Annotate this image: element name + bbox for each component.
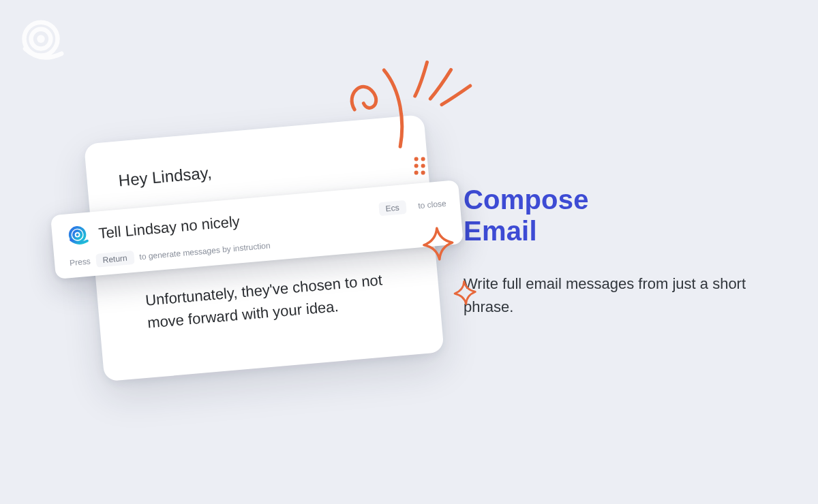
esc-key-badge: Ecs: [378, 200, 407, 216]
headline-line-2: Email: [464, 216, 537, 246]
return-key-badge: Return: [95, 251, 135, 268]
section-headline: Compose Email: [464, 184, 777, 247]
illustration-scene: Hey Lindsay, Unfortunately, they've chos…: [57, 113, 461, 424]
section-subtext: Write full email messages from just a sh…: [464, 272, 777, 319]
swirl-icon: [16, 16, 65, 65]
headline-line-1: Compose: [464, 185, 589, 215]
svg-point-2: [37, 35, 45, 43]
brand-logo-corner: [16, 16, 65, 65]
svg-point-5: [76, 233, 78, 236]
email-greeting: Hey Lindsay,: [118, 147, 397, 190]
swirl-icon: [65, 223, 90, 249]
email-body: Unfortunately, they've chosen to not mov…: [145, 268, 399, 334]
return-hint: to generate messages by instruction: [139, 240, 271, 262]
esc-hint: to close: [418, 199, 446, 211]
press-label: Press: [70, 257, 91, 268]
drag-handle-icon[interactable]: [414, 157, 431, 174]
